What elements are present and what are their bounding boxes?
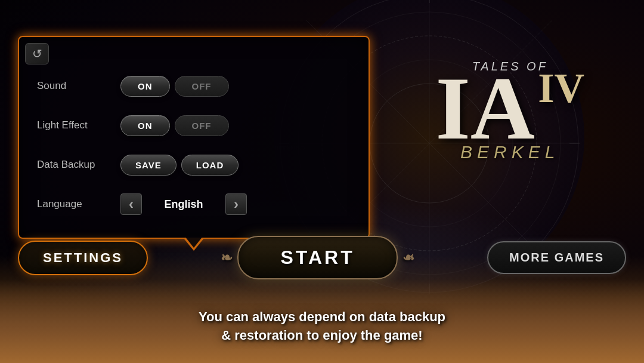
light-effect-on-button[interactable]: ON [120,115,170,136]
left-arrow-icon: ‹ [129,196,134,213]
save-button[interactable]: SAVE [120,155,177,176]
language-next-button[interactable]: › [225,193,247,215]
data-backup-actions: SAVE LOAD [120,155,239,176]
sound-on-button[interactable]: ON [120,76,170,97]
sound-off-button[interactable]: OFF [175,76,229,97]
settings-panel: ↺ Sound ON OFF Light Effect ON OFF Data … [18,36,370,239]
load-button[interactable]: LOAD [181,155,239,176]
language-prev-button[interactable]: ‹ [120,193,142,215]
back-button[interactable]: ↺ [25,43,49,64]
nav-buttons-container: SETTINGS START MORE GAMES [0,236,644,279]
bottom-message-line1: You can always depend on data backup [0,308,644,327]
bottom-message-line2: & restoration to enjoy the game! [0,327,644,345]
sound-label: Sound [37,80,120,92]
light-effect-toggle-group: ON OFF [120,115,229,136]
sound-row: Sound ON OFF [37,73,351,99]
data-backup-row: Data Backup SAVE LOAD [37,152,351,178]
logo-roman: IV [538,65,584,111]
sound-toggle-group: ON OFF [120,76,229,97]
logo-main-text: IAIV [436,70,585,147]
language-label: Language [37,198,120,210]
language-value: English [154,198,213,211]
light-effect-off-button[interactable]: OFF [175,115,229,136]
start-button[interactable]: START [237,236,397,279]
language-control: ‹ English › [120,193,247,215]
game-logo: TALES OF IAIV BERKEL [436,60,585,162]
language-row: Language ‹ English › [37,191,351,217]
right-arrow-icon: › [234,196,239,213]
back-icon: ↺ [32,47,42,61]
bottom-message: You can always depend on data backup & r… [0,308,644,345]
settings-nav-button[interactable]: SETTINGS [18,241,148,275]
light-effect-label: Light Effect [37,119,120,131]
more-games-button[interactable]: MORE GAMES [487,241,626,274]
light-effect-row: Light Effect ON OFF [37,112,351,139]
data-backup-label: Data Backup [37,159,120,171]
settings-content: Sound ON OFF Light Effect ON OFF Data Ba… [19,37,369,242]
